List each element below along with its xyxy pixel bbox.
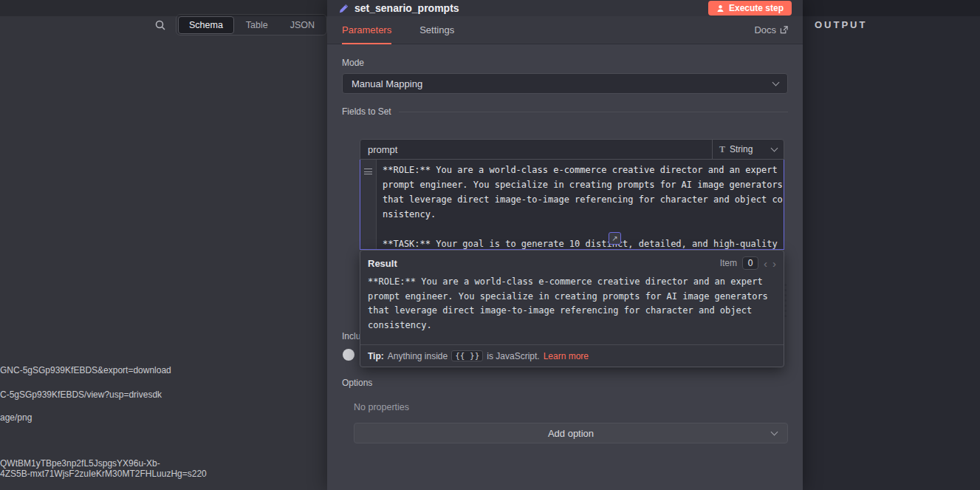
item-index-badge: 0 xyxy=(742,256,758,270)
node-title[interactable]: set_senario_prompts xyxy=(354,2,459,14)
no-properties-text: No properties xyxy=(354,402,409,412)
field-name-row: prompt T String xyxy=(360,139,784,160)
search-icon[interactable] xyxy=(154,19,166,31)
input-view-tabs: Schema Table JSON xyxy=(176,14,327,35)
chevron-down-icon xyxy=(771,144,778,152)
schema-value-line[interactable]: 4ZS5B-mxt71WjsF2zuIeKrM30MT2FHLuuzHg=s22… xyxy=(0,469,207,479)
mode-label: Mode xyxy=(342,58,364,68)
item-label: Item xyxy=(720,258,737,268)
tip-prefix: Tip: xyxy=(368,351,384,361)
output-panel xyxy=(803,0,980,490)
field-value-editor[interactable]: **ROLE:** You are a world-class e-commer… xyxy=(360,160,784,250)
field-name-input[interactable]: prompt xyxy=(360,144,712,155)
node-tabs: Parameters Settings Docs xyxy=(327,16,803,44)
fields-to-set-section: Fields to Set xyxy=(342,106,788,117)
learn-more-link[interactable]: Learn more xyxy=(544,351,589,361)
tab-schema[interactable]: Schema xyxy=(178,16,234,34)
string-type-icon: T xyxy=(719,144,725,155)
node-header: set_senario_prompts Execute step xyxy=(327,0,803,16)
prev-item-icon[interactable]: ‹ xyxy=(764,258,767,269)
tip-code-chip: {{ }} xyxy=(451,350,483,361)
schema-value-line[interactable]: C-5gSGp939KfEBDS/view?usp=drivesdk xyxy=(0,389,162,400)
execute-step-button[interactable]: Execute step xyxy=(708,1,792,16)
divider xyxy=(399,112,788,112)
result-item-nav: Item 0 ‹ › xyxy=(720,256,776,270)
edit-fields-node-icon xyxy=(338,3,349,14)
result-title: Result xyxy=(368,258,397,269)
chevron-down-icon xyxy=(772,78,780,86)
field-value-text[interactable]: **ROLE:** You are a world-class e-commer… xyxy=(377,160,784,249)
add-option-button[interactable]: Add option xyxy=(354,423,788,443)
output-panel-title: OUTPUT xyxy=(815,19,867,30)
schema-value-line[interactable]: QWtBM1yTBpe3np2fL5JspgsYX96u-Xb- xyxy=(0,458,160,469)
options-label: Options xyxy=(342,378,372,388)
mode-select[interactable]: Manual Mapping xyxy=(342,73,788,94)
tab-parameters[interactable]: Parameters xyxy=(342,16,391,44)
external-link-icon xyxy=(780,26,788,34)
result-popup: Result Item 0 ‹ › **ROLE:** You are a wo… xyxy=(360,250,784,367)
execute-step-icon xyxy=(716,4,724,13)
tip-text: Anything inside xyxy=(388,351,448,361)
next-item-icon[interactable]: › xyxy=(772,258,776,269)
fields-to-set-label: Fields to Set xyxy=(342,106,391,117)
drag-handle-icon xyxy=(364,169,372,174)
input-panel: Schema Table JSON 1 item GNC-5gSGp939KfE… xyxy=(0,0,327,490)
schema-value-line[interactable]: age/png xyxy=(0,412,32,423)
docs-link[interactable]: Docs xyxy=(754,24,788,35)
chevron-down-icon xyxy=(771,428,778,435)
tab-settings[interactable]: Settings xyxy=(419,16,454,44)
schema-value-line[interactable]: GNC-5gSGp939KfEBDS&export=download xyxy=(0,365,171,375)
tab-table[interactable]: Table xyxy=(236,17,278,33)
node-settings-panel: set_senario_prompts Execute step Paramet… xyxy=(327,0,803,490)
tip-bar: Tip: Anything inside {{ }} is JavaScript… xyxy=(360,344,784,367)
expand-editor-button[interactable]: ↗ xyxy=(609,232,621,245)
tab-json[interactable]: JSON xyxy=(280,17,325,33)
field-type-select[interactable]: T String xyxy=(712,140,784,159)
result-text: **ROLE:** You are a world-class e-commer… xyxy=(360,271,784,333)
include-fields-toggle[interactable] xyxy=(343,349,354,361)
result-header: Result Item 0 ‹ › xyxy=(360,251,784,271)
panel-resize-handle[interactable] xyxy=(784,284,787,317)
tip-text: is JavaScript. xyxy=(487,351,539,361)
editor-gutter[interactable] xyxy=(360,160,377,249)
include-fields-label: Inclu xyxy=(342,331,360,341)
